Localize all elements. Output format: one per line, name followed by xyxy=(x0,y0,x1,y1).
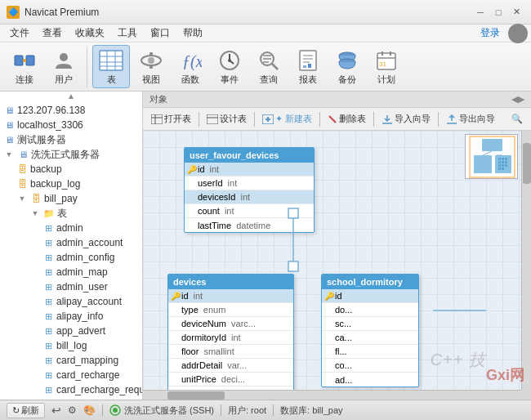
table-icon-cc: ⊞ xyxy=(42,399,54,400)
minimap[interactable] xyxy=(465,134,518,179)
sidebar-table-admin-config[interactable]: ⊞ admin_config xyxy=(0,250,142,265)
tool-user[interactable]: 用户 xyxy=(46,46,82,87)
table-icon-bl: ⊞ xyxy=(42,340,54,351)
sidebar-au-label: admin_user xyxy=(56,281,108,293)
table-school-dormitory[interactable]: school_dormitory 🔑 id do... sc... ca... … xyxy=(321,274,419,387)
sidebar-collapse-icon[interactable]: ◀▶ xyxy=(511,94,524,105)
sidebar-table-admin-map[interactable]: ⊞ admin_map xyxy=(0,265,142,279)
table-devices[interactable]: devices 🔑 id int type enum deviceNum var… xyxy=(167,274,294,400)
menu-window[interactable]: 窗口 xyxy=(144,25,176,42)
sidebar-item-server1[interactable]: 🖥 123.207.96.138 xyxy=(0,103,142,118)
col-sd-id: 🔑 id xyxy=(322,289,418,303)
col-ufd-devicesid: devicesId int xyxy=(185,190,314,204)
tool-report[interactable]: 报表 xyxy=(290,46,326,87)
sidebar-scroll-up[interactable]: ▲ xyxy=(0,92,142,103)
delete-table-button[interactable]: 删除表 xyxy=(323,110,371,128)
search-button[interactable]: 🔍 xyxy=(506,110,528,128)
export-wizard-label: 导出向导 xyxy=(459,113,495,125)
app-icon: 🔷 xyxy=(7,6,20,19)
close-button[interactable]: ✕ xyxy=(508,5,524,20)
import-wizard-button[interactable]: 导入向导 xyxy=(377,110,435,128)
sidebar-item-backup[interactable]: 🗄 backup xyxy=(0,162,142,176)
menu-file[interactable]: 文件 xyxy=(3,25,36,42)
server-icon-4: 🖥 xyxy=(17,149,29,160)
sidebar-table-card-recharge[interactable]: ⊞ card_recharge xyxy=(0,368,142,382)
menu-view[interactable]: 查看 xyxy=(36,25,69,42)
sidebar-table-clothes-classify[interactable]: ⊞ clothes_classify xyxy=(0,397,142,400)
svg-rect-38 xyxy=(151,114,163,124)
open-table-button[interactable]: 打开表 xyxy=(146,110,196,128)
sidebar-item-xixi-server[interactable]: ▼ 🖥 洗洗正式服务器 xyxy=(0,147,142,162)
menu-tools[interactable]: 工具 xyxy=(111,25,144,42)
sidebar-appad-label: app_advert xyxy=(56,325,105,337)
col-ufd-lasttime: lastTime datetime xyxy=(185,218,314,232)
tool-event-label: 事件 xyxy=(221,74,239,86)
col-sd-sc: sc... xyxy=(322,317,418,331)
sidebar-table-crrl[interactable]: ⊞ card_recharge_request_log xyxy=(0,382,142,397)
tool-connect[interactable]: 连接 xyxy=(7,46,42,87)
tool-query-label: 查询 xyxy=(260,74,278,86)
menu-favorites[interactable]: 收藏夹 xyxy=(69,25,111,42)
sidebar-backup-label: backup xyxy=(30,163,62,175)
menu-help[interactable]: 帮助 xyxy=(176,25,209,42)
minimize-button[interactable]: ─ xyxy=(472,5,489,20)
h-scroll-thumb[interactable] xyxy=(167,391,225,400)
login-button[interactable]: 登录 xyxy=(475,25,505,42)
object-label: 对象 xyxy=(149,93,167,105)
db-icon-bill: 🗄 xyxy=(30,193,42,204)
h-scrollbar[interactable] xyxy=(143,390,521,400)
sidebar-table-admin-user[interactable]: ⊞ admin_user xyxy=(0,279,142,294)
sidebar-table-alipay-info[interactable]: ⊞ alipay_info xyxy=(0,309,142,324)
table-icon-appad: ⊞ xyxy=(42,325,54,337)
open-table-label: 打开表 xyxy=(164,113,191,125)
tool-schedule[interactable]: 31 计划 xyxy=(368,46,404,87)
design-table-label: 设计表 xyxy=(220,113,247,125)
col-sd-ad: ad... xyxy=(322,373,418,386)
sidebar-bill-pay-label: bill_pay xyxy=(44,193,78,204)
settings-icon[interactable]: ⚙ xyxy=(68,404,77,416)
color-icon[interactable]: 🎨 xyxy=(83,404,96,416)
tool-query[interactable]: 查询 xyxy=(251,46,287,87)
minimap-svg xyxy=(466,135,518,179)
tool-view[interactable]: 视图 xyxy=(133,46,169,87)
svg-rect-55 xyxy=(505,158,507,160)
sidebar-table-alipay-account[interactable]: ⊞ alipay_account xyxy=(0,294,142,309)
refresh-icon: ↻ xyxy=(12,405,20,416)
sidebar-item-tables-folder[interactable]: ▼ 📁 表 xyxy=(0,206,142,221)
backup-icon xyxy=(334,47,360,74)
tool-table[interactable]: 表 xyxy=(92,45,130,88)
sidebar-item-server2[interactable]: 🖥 localhost_3306 xyxy=(0,118,142,132)
status-user: 用户: root xyxy=(228,404,266,417)
v-scroll-thumb[interactable] xyxy=(523,143,531,184)
svg-point-19 xyxy=(228,59,231,62)
sidebar-item-bill-pay[interactable]: ▼ 🗄 bill_pay xyxy=(0,191,142,206)
col-dev-devicenum: deviceNum varc... xyxy=(168,317,293,331)
sidebar-table-app-advert[interactable]: ⊞ app_advert xyxy=(0,324,142,338)
sidebar-table-bill-log[interactable]: ⊞ bill_log xyxy=(0,338,142,353)
sidebar-server2-label: localhost_3306 xyxy=(17,119,83,131)
sidebar-table-card-mapping[interactable]: ⊞ card_mapping xyxy=(0,353,142,368)
table-user-favour-devices[interactable]: user_favour_devices 🔑 id int userId int … xyxy=(184,147,315,233)
col-sd-co: co... xyxy=(322,359,418,373)
sidebar-item-test-server[interactable]: 🖥 测试服务器 xyxy=(0,132,142,147)
refresh-button[interactable]: ↻ 刷新 xyxy=(7,403,45,418)
tool-user-label: 用户 xyxy=(55,74,73,86)
col-dev-id: 🔑 id int xyxy=(168,289,293,303)
status-bar: ↻ 刷新 ↩ ⚙ 🎨 洗洗正式服务器 (SSH) 用户: root 数据库: b… xyxy=(0,400,531,420)
tool-event[interactable]: 事件 xyxy=(212,46,248,87)
sidebar-item-backup-log[interactable]: 🗄 backup_log xyxy=(0,176,142,191)
table-icon-ac: ⊞ xyxy=(42,252,54,263)
title-bar-left: 🔷 Navicat Premium xyxy=(7,6,99,19)
sidebar-table-admin[interactable]: ⊞ admin xyxy=(0,221,142,235)
export-wizard-button[interactable]: 导出向导 xyxy=(441,110,500,128)
undo-icon[interactable]: ↩ xyxy=(51,404,61,417)
new-table-button[interactable]: ✦ 新建表 xyxy=(257,110,317,128)
maximize-button[interactable]: □ xyxy=(490,5,506,20)
tool-backup[interactable]: 备份 xyxy=(329,46,365,87)
sidebar-table-admin-account[interactable]: ⊞ admin_account xyxy=(0,235,142,250)
tool-function[interactable]: ƒ(x) 函数 xyxy=(172,46,208,87)
svg-point-66 xyxy=(113,408,118,413)
v-scrollbar[interactable] xyxy=(521,131,531,390)
design-table-button[interactable]: 设计表 xyxy=(202,110,252,128)
content-area: 对象 ◀▶ 打开表 设计表 ✦ 新建表 删除表 xyxy=(143,92,531,400)
